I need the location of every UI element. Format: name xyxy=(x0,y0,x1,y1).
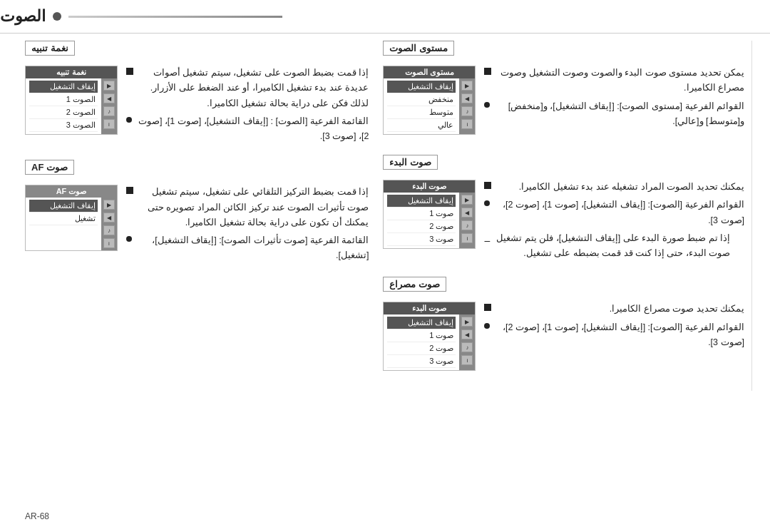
section-body-beep: إذا قمت بضبط الصوت على تشغيل، سيتم تشغيل… xyxy=(126,66,369,147)
page-footer: AR-68 xyxy=(25,511,49,521)
page-number: AR-68 xyxy=(25,511,49,521)
section-beep: نغمة تنبيه إذا قمت بضبط الصوت على تشغيل،… xyxy=(25,41,369,147)
bullet-beep-2: القائمة الفرعية [الصوت] : [إيقاف التشغيل… xyxy=(126,114,369,145)
bullet-volume-2: القوائم الفرعية [مستوى الصوت]: [إيقاف ال… xyxy=(484,99,744,130)
cam-icon-info: i xyxy=(461,119,473,129)
cam-icon-play: ▶ xyxy=(461,81,473,91)
right-column: مستوى الصوت يمكن تحديد مستوى صوت البدء و… xyxy=(383,41,752,391)
section-start-sound: صوت البدء يمكنك تحديد الصوت المراد تشغيل… xyxy=(383,155,744,264)
cam-ui-shutter: صوت البدء ▶ ◀ ♪ i إيقاف التشغيل صوت 1 xyxy=(383,302,476,378)
section-title-volume: مستوى الصوت xyxy=(383,41,454,56)
section-body-af: إذا قمت بضبط التركيز التلقائي على تشغيل،… xyxy=(126,185,369,266)
cam-ui-volume: مستوى الصوت ▶ ◀ ♪ i إيقاف التشغيل منخفض xyxy=(383,66,476,142)
bullet-shutter-2: القوائم الفرعية [الصوت]: [إيقاف التشغيل]… xyxy=(484,320,744,351)
section-body-shutter: يمكنك تحديد صوت مصراع الكاميرا. القوائم … xyxy=(484,302,744,353)
main-layout: مستوى الصوت يمكن تحديد مستوى صوت البدء و… xyxy=(0,34,770,398)
cam-icon-play5: ▶ xyxy=(103,200,115,210)
cam-ui-start-sound: صوت البدء ▶ ◀ ♪ i إيقاف التشغيل صوت 1 xyxy=(383,180,476,256)
bullet-start-1: يمكنك تحديد الصوت المراد تشغيله عند بدء … xyxy=(484,180,744,195)
section-af-sound: صوت AF إذا قمت بضبط التركيز التلقائي على… xyxy=(25,160,369,266)
header-dot xyxy=(53,12,61,21)
bullet-shutter-1: يمكنك تحديد صوت مصراع الكاميرا. xyxy=(484,302,744,317)
cam-icon-play3: ▶ xyxy=(461,317,473,327)
section-title-start-sound: صوت البدء xyxy=(383,155,438,170)
section-shutter-sound: صوت مصراع يمكنك تحديد صوت مصراع الكاميرا… xyxy=(383,277,744,378)
bullet-start-2: القوائم الفرعية [الصوت]: [إيقاف التشغيل]… xyxy=(484,198,744,228)
bullet-start-3: إذا تم ضبط صورة البدء على [إيقاف التشغيل… xyxy=(484,231,730,262)
cam-icon-vol4: ♪ xyxy=(103,106,115,116)
cam-ui-beep: نغمة تنبيه ▶ ◀ ♪ i إيقاف التشغيل الصوت 1 xyxy=(25,66,118,142)
cam-icon-info3: i xyxy=(461,355,473,365)
section-title-beep: نغمة تنبيه xyxy=(25,41,75,56)
cam-icon-prev: ◀ xyxy=(461,93,473,103)
cam-icon-info5: i xyxy=(103,238,115,248)
cam-ui-af: صوت AF ▶ ◀ ♪ i إيقاف التشغيل تشغيل xyxy=(25,185,118,258)
cam-icon-prev3: ◀ xyxy=(461,329,473,339)
cam-icon-play4: ▶ xyxy=(103,81,115,91)
cam-icon-prev4: ◀ xyxy=(103,93,115,103)
bullet-beep-1: إذا قمت بضبط الصوت على تشغيل، سيتم تشغيل… xyxy=(126,66,369,111)
bullet-af-1: إذا قمت بضبط التركيز التلقائي على تشغيل،… xyxy=(126,185,369,230)
left-column: نغمة تنبيه إذا قمت بضبط الصوت على تشغيل،… xyxy=(18,41,369,391)
cam-icon-vol5: ♪ xyxy=(103,225,115,235)
section-title-af: صوت AF xyxy=(25,160,74,175)
header-line xyxy=(68,16,282,18)
cam-icon-prev5: ◀ xyxy=(103,213,115,222)
cam-icon-prev2: ◀ xyxy=(461,208,473,218)
page-header: الصوت xyxy=(0,0,770,34)
cam-icon-info4: i xyxy=(103,119,115,129)
section-sound-volume: مستوى الصوت يمكن تحديد مستوى صوت البدء و… xyxy=(383,41,744,142)
bullet-af-2: القائمة الفرعية [صوت تأثيرات الصوت]: [إي… xyxy=(126,233,369,264)
section-title-shutter: صوت مصراع xyxy=(383,277,446,292)
bullet-volume-1: يمكن تحديد مستوى صوت البدء والصوت وصوت ا… xyxy=(484,66,744,96)
cam-icon-vol: ♪ xyxy=(461,106,473,116)
header-title-bar: الصوت xyxy=(0,7,289,26)
section-body-volume: يمكن تحديد مستوى صوت البدء والصوت وصوت ا… xyxy=(484,66,744,132)
page-title: الصوت xyxy=(0,7,46,26)
cam-icon-vol3: ♪ xyxy=(461,342,473,352)
cam-icon-vol2: ♪ xyxy=(461,220,473,230)
cam-icon-play2: ▶ xyxy=(461,195,473,205)
section-body-start-sound: يمكنك تحديد الصوت المراد تشغيله عند بدء … xyxy=(484,180,744,264)
cam-icon-info2: i xyxy=(461,233,473,243)
